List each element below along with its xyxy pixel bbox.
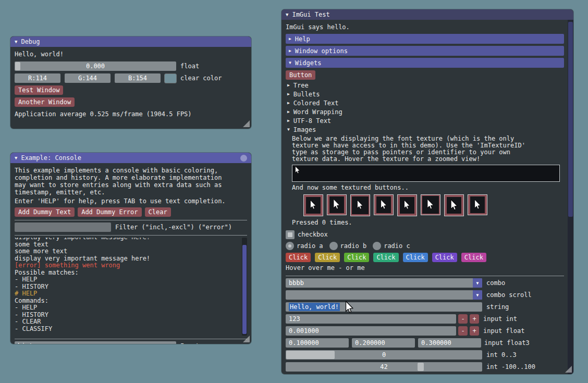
float-input[interactable]: 0.001000 (286, 326, 456, 336)
images-desc-line: texture data. Hover the texture for a zo… (292, 156, 564, 163)
chevron-right-icon: ▶ (287, 92, 290, 96)
radio-a-label: radio a (297, 242, 323, 250)
collapse-arrow-icon[interactable]: ▼ (286, 13, 288, 17)
header-widgets[interactable]: ▼ Widgets (286, 58, 564, 68)
minus-button[interactable]: - (458, 326, 468, 336)
window-scrollbar[interactable] (568, 20, 573, 374)
plus-button[interactable]: + (470, 326, 479, 336)
test-titlebar[interactable]: ▼ ImGui Test (281, 9, 573, 20)
textured-image-button[interactable] (444, 194, 464, 216)
slider-value: 0 (286, 351, 482, 359)
header-window-options[interactable]: ▶ Window options (286, 46, 564, 56)
font-texture-image[interactable]: úCfì·(ü){]‖X¾/BÑ©ÙÒóÄÅÅÄÖ/X½ùÛZS&££/å|èb… (292, 165, 560, 182)
another-window-button[interactable]: Another Window (15, 97, 75, 107)
tree-node-colored-text[interactable]: ▶Colored Text (286, 99, 564, 107)
log-scrollbar[interactable] (242, 238, 247, 336)
textured-image-button[interactable] (421, 194, 440, 215)
color-swatch[interactable] (165, 74, 176, 83)
chevron-right-icon: ▶ (287, 101, 290, 105)
tree-node-word-wrapping[interactable]: ▶Word Wrapping (286, 108, 564, 116)
combo-box[interactable]: bbbb ▼ (286, 278, 482, 288)
int-slider-100[interactable]: 42 (286, 362, 482, 372)
textured-image-button[interactable] (303, 194, 323, 216)
float3-input-y[interactable]: 0.200000 (352, 338, 415, 348)
chevron-down-icon: ▼ (289, 61, 291, 65)
click-button-5[interactable]: Click (403, 253, 428, 262)
checkbox-widget[interactable] (286, 230, 295, 239)
plus-button[interactable]: + (470, 314, 479, 324)
click-button-6[interactable]: Click (432, 253, 457, 262)
tree-node-images[interactable]: ▼Images (286, 126, 564, 134)
chevron-right-icon: ▶ (287, 83, 290, 88)
color-b-value: B:154 (128, 75, 147, 82)
log-line: Commands: (15, 298, 240, 305)
resize-grip[interactable] (243, 120, 250, 127)
cursor-arrow-icon (380, 200, 388, 211)
resize-grip[interactable] (565, 366, 572, 373)
textured-image-button[interactable] (397, 194, 417, 216)
click-button-1[interactable]: Click (286, 253, 311, 262)
debug-titlebar[interactable]: ▼ Debug (10, 36, 251, 47)
click-button-7[interactable]: Click (461, 253, 486, 262)
log-line: some more text (15, 248, 240, 255)
header-label: Help (295, 35, 310, 43)
int-slider-0-3[interactable]: 0 (286, 350, 482, 360)
color-b-input[interactable]: B:154 (115, 73, 161, 83)
tree-node-bullets[interactable]: ▶Bullets (286, 90, 564, 98)
log-line: Possible matches: (15, 269, 240, 277)
click-button-2[interactable]: Click (315, 253, 340, 262)
combo-scroll-box[interactable]: ▼ (286, 290, 482, 300)
resize-grip[interactable] (243, 336, 250, 342)
string-input[interactable]: Hello, world! (286, 302, 482, 312)
combo-arrow-button[interactable]: ▼ (473, 278, 482, 288)
chevron-right-icon: ▶ (287, 110, 290, 114)
imgui-hello-text: ImGui says hello. (286, 23, 564, 32)
textured-image-button[interactable] (327, 194, 347, 215)
hello-world-text: Hello, world! (15, 51, 247, 59)
close-button[interactable] (240, 155, 247, 162)
radio-b[interactable] (329, 242, 338, 250)
header-help[interactable]: ▶ Help (286, 34, 564, 44)
combo-arrow-button[interactable]: ▼ (473, 290, 482, 300)
radio-a[interactable] (286, 242, 294, 250)
float-slider[interactable]: 0.000 (15, 61, 176, 71)
tree-node-label: Images (293, 126, 316, 133)
radio-c[interactable] (373, 242, 381, 250)
int-input[interactable]: 123 (286, 314, 456, 324)
color-r-input[interactable]: R:114 (15, 73, 60, 83)
scrollbar-grab[interactable] (242, 245, 247, 334)
textured-image-button[interactable] (468, 194, 487, 215)
float3-input-x[interactable]: 0.100000 (286, 338, 349, 348)
add-dummy-text-button[interactable]: Add Dummy Text (15, 207, 75, 217)
tree-node-utf8[interactable]: ▶UTF-8 Text (286, 117, 564, 125)
float-input-value: 0.001000 (286, 327, 319, 335)
float3-input-z[interactable]: 0.300000 (418, 338, 481, 348)
imgui-test-window: ▼ ImGui Test ImGui says hello. ▶ Help ▶ … (281, 9, 573, 374)
click-button-3[interactable]: Click (344, 253, 369, 262)
console-titlebar[interactable]: ▼ Example: Console (10, 153, 251, 163)
string-input-label: string (486, 303, 509, 311)
collapse-arrow-icon[interactable]: ▼ (15, 40, 17, 44)
console-log-region[interactable]: display very important message here! som… (15, 238, 247, 336)
collapse-arrow-icon[interactable]: ▼ (15, 156, 17, 160)
texture-thumb (422, 196, 439, 214)
console-command-input[interactable]: hist (15, 341, 176, 344)
float-slider-label: float (180, 63, 199, 70)
clear-button[interactable]: Clear (145, 207, 171, 217)
hover-tooltip-text[interactable]: Hover over me - or me (286, 264, 564, 273)
textured-image-button[interactable] (374, 194, 394, 215)
filter-input[interactable] (15, 223, 111, 232)
add-dummy-error-button[interactable]: Add Dummy Error (78, 207, 141, 217)
click-button-4[interactable]: Click (373, 253, 398, 262)
button-widget[interactable]: Button (286, 70, 315, 80)
tree-node-label: UTF-8 Text (293, 117, 331, 125)
chevron-down-icon: ▼ (476, 293, 479, 298)
color-g-input[interactable]: G:144 (65, 73, 111, 83)
tree-node-tree[interactable]: ▶Tree (286, 81, 564, 90)
scrollbar-grab[interactable] (568, 22, 573, 217)
test-window-button[interactable]: Test Window (15, 85, 63, 95)
window-title: ImGui Test (292, 11, 329, 18)
separator (15, 220, 247, 220)
minus-button[interactable]: - (458, 314, 468, 324)
textured-image-button[interactable] (350, 194, 370, 216)
